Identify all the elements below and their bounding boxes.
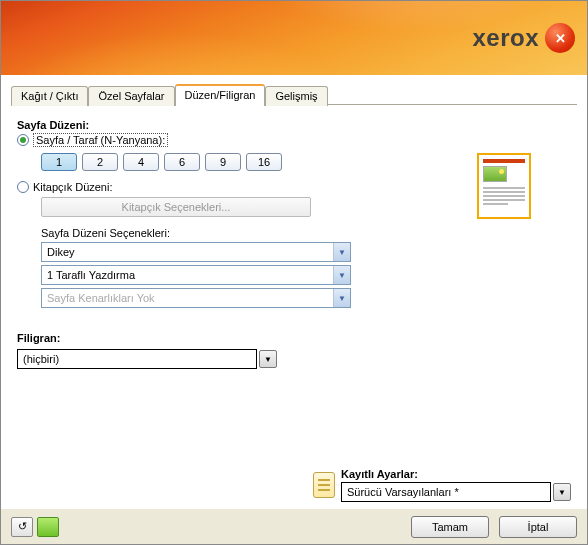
tab-special-pages[interactable]: Özel Sayfalar bbox=[88, 86, 174, 106]
preview-header-bar bbox=[483, 159, 525, 163]
sides-value: 1 Taraflı Yazdırma bbox=[47, 269, 135, 281]
saved-settings-icon bbox=[313, 472, 335, 498]
cancel-button[interactable]: İptal bbox=[499, 516, 577, 538]
chevron-down-icon: ▼ bbox=[333, 289, 350, 307]
watermark-section: Filigran: (hiçbiri) ▼ bbox=[17, 332, 571, 372]
sides-combo[interactable]: 1 Taraflı Yazdırma ▼ bbox=[41, 265, 351, 285]
page-preview bbox=[477, 153, 531, 219]
radio-nup-row[interactable]: Sayfa / Taraf (N-Yanyana): bbox=[17, 133, 571, 147]
borders-value: Sayfa Kenarlıkları Yok bbox=[47, 292, 155, 304]
preview-image-icon bbox=[483, 166, 507, 182]
nup-9[interactable]: 9 bbox=[205, 153, 241, 171]
orientation-value: Dikey bbox=[47, 246, 75, 258]
undo-icon: ↺ bbox=[18, 520, 27, 533]
tab-paper-output[interactable]: Kağıt / Çıktı bbox=[11, 86, 88, 106]
saved-settings-area: Kayıtlı Ayarlar: Sürücü Varsayılanları *… bbox=[11, 462, 577, 508]
saved-settings-label: Kayıtlı Ayarlar: bbox=[341, 468, 571, 480]
header-banner: xerox bbox=[1, 1, 587, 75]
brand-text: xerox bbox=[472, 24, 539, 52]
tab-strip: Kağıt / Çıktı Özel Sayfalar Düzen/Filigr… bbox=[11, 83, 577, 105]
tab-advanced[interactable]: Gelişmiş bbox=[265, 86, 327, 106]
watermark-value: (hiçbiri) bbox=[23, 353, 59, 365]
chevron-down-icon[interactable]: ▼ bbox=[333, 266, 350, 284]
ok-button[interactable]: Tamam bbox=[411, 516, 489, 538]
nup-1[interactable]: 1 bbox=[41, 153, 77, 171]
print-dialog: xerox Kağıt / Çıktı Özel Sayfalar Düzen/… bbox=[0, 0, 588, 545]
saved-settings-dropdown-button[interactable]: ▼ bbox=[553, 483, 571, 501]
watermark-dropdown-button[interactable]: ▼ bbox=[259, 350, 277, 368]
chevron-down-icon[interactable]: ▼ bbox=[333, 243, 350, 261]
nup-6[interactable]: 6 bbox=[164, 153, 200, 171]
brand-logo-icon bbox=[545, 23, 575, 53]
nup-2[interactable]: 2 bbox=[82, 153, 118, 171]
reset-button[interactable]: ↺ bbox=[11, 517, 33, 537]
dialog-body: Kağıt / Çıktı Özel Sayfalar Düzen/Filigr… bbox=[1, 75, 587, 508]
eco-button[interactable] bbox=[37, 517, 59, 537]
preview-lines bbox=[483, 187, 525, 205]
tab-content: Sayfa Düzeni: Sayfa / Taraf (N-Yanyana):… bbox=[11, 105, 577, 372]
layout-options-label: Sayfa Düzeni Seçenekleri: bbox=[41, 227, 571, 239]
booklet-options-button: Kitapçık Seçenekleri... bbox=[41, 197, 311, 217]
nup-16[interactable]: 16 bbox=[246, 153, 282, 171]
radio-nup-label: Sayfa / Taraf (N-Yanyana): bbox=[33, 133, 168, 147]
saved-settings-value: Sürücü Varsayılanları * bbox=[347, 486, 459, 498]
bottom-bar: ↺ Tamam İptal bbox=[1, 508, 587, 544]
nup-4[interactable]: 4 bbox=[123, 153, 159, 171]
brand: xerox bbox=[472, 23, 575, 53]
page-layout-title: Sayfa Düzeni: bbox=[17, 119, 571, 131]
saved-settings-combo[interactable]: Sürücü Varsayılanları * bbox=[341, 482, 551, 502]
radio-booklet[interactable] bbox=[17, 181, 29, 193]
borders-combo: Sayfa Kenarlıkları Yok ▼ bbox=[41, 288, 351, 308]
orientation-combo[interactable]: Dikey ▼ bbox=[41, 242, 351, 262]
tab-layout-watermark[interactable]: Düzen/Filigran bbox=[175, 84, 266, 106]
radio-booklet-label: Kitapçık Düzeni: bbox=[33, 181, 112, 193]
radio-nup[interactable] bbox=[17, 134, 29, 146]
watermark-combo[interactable]: (hiçbiri) bbox=[17, 349, 257, 369]
watermark-label: Filigran: bbox=[17, 332, 571, 344]
